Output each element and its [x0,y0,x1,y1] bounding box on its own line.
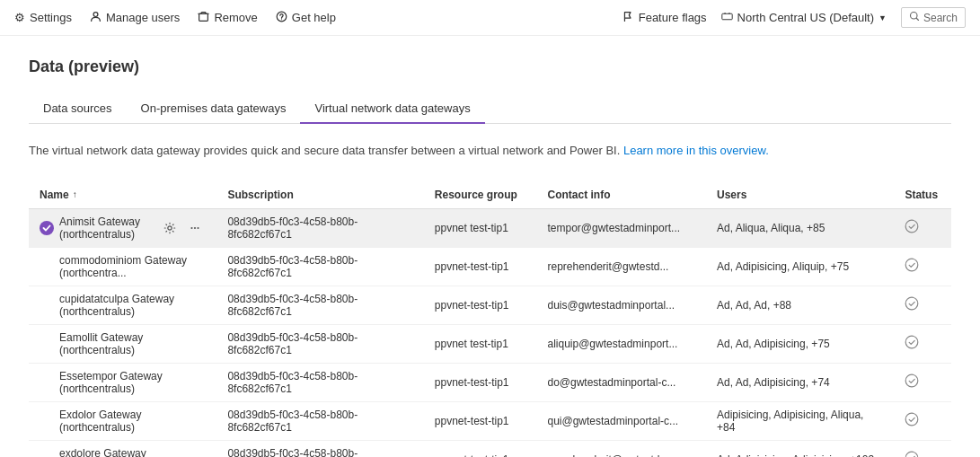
remove-label: Remove [214,11,257,24]
tabs-container: Data sources On-premises data gateways V… [29,94,951,124]
col-header-name: Name ↑ [29,181,216,209]
svg-point-6 [168,225,172,229]
status-icon [905,414,919,429]
cell-subscription: 08d39db5-f0c3-4c58-b80b-8fc682cf67c1 [216,440,423,457]
status-icon [905,375,919,391]
get-help-nav[interactable]: Get help [276,11,336,25]
row-actions [159,217,206,239]
row-name-text: Exdolor Gateway (northcentralus) [59,409,206,434]
cell-subscription: 08d39db5-f0c3-4c58-b80b-8fc682cf67c1 [216,247,423,286]
cell-contact-info: qui@gwtestadminportal-c... [536,401,706,440]
manage-users-nav[interactable]: Manage users [90,11,180,25]
cell-subscription: 08d39db5-f0c3-4c58-b80b-8fc682cf67c1 [216,363,423,401]
name-sort-icon: ↑ [73,189,77,199]
svg-point-0 [93,12,98,16]
cell-resource-group: ppvnet-test-tip1 [424,247,537,286]
feature-flags-icon [622,11,634,25]
feature-flags-nav[interactable]: Feature flags [622,11,707,25]
cell-status [894,363,951,401]
cell-users: Ad, Ad, Adipisicing, +74 [706,363,894,401]
search-box[interactable]: Search [901,7,966,28]
cell-resource-group: ppvnet test-tip1 [424,324,537,363]
top-nav-left: ⚙ Settings Manage users Remove Get help [14,11,605,25]
cell-contact-info: duis@gwtestadminportal... [536,286,706,324]
col-header-users: Users [706,181,894,209]
svg-point-14 [906,374,919,387]
cell-status [894,208,951,247]
tab-on-premises[interactable]: On-premises data gateways [127,94,301,124]
status-icon [905,259,919,275]
region-nav[interactable]: North Central US (Default) ▼ [721,11,887,25]
row-name-text: Animsit Gateway (northcentralus) [59,215,150,241]
gateways-table: Name ↑ Subscription Resource group Conta… [29,181,951,458]
region-label: North Central US (Default) [737,11,874,24]
cell-contact-info: do@gwtestadminportal-c... [536,363,706,401]
cell-users: Adipisicing, Adipisicing, Aliqua, +84 [706,401,894,440]
page-content: Data (preview) Data sources On-premises … [0,36,980,457]
table-row[interactable]: exdolore Gateway (northcentralus)08d39db… [29,440,951,457]
cell-name: Eamollit Gateway (northcentralus) [29,324,216,363]
status-icon [905,298,919,313]
cell-contact-info: tempor@gwtestadminport... [536,208,706,247]
cell-contact-info: aliquip@gwtestadminport... [536,324,706,363]
tab-virtual-network[interactable]: Virtual network data gateways [300,94,484,124]
table-row[interactable]: Exdolor Gateway (northcentralus)08d39db5… [29,401,951,440]
cell-resource-group: ppvnet-test-tip1 [424,440,537,457]
svg-rect-4 [721,13,731,20]
settings-icon: ⚙ [14,11,25,24]
svg-point-10 [906,220,919,233]
svg-point-15 [906,413,919,426]
cell-status [894,324,951,363]
cell-name: Animsit Gateway (northcentralus) [29,208,216,247]
description-text: The virtual network data gateway provide… [29,144,620,157]
table-row[interactable]: Essetempor Gateway (northcentralus)08d39… [29,363,951,401]
cell-status [894,401,951,440]
cell-users: Ad, Adipisicing, Adipisicing, +103 [706,440,894,457]
cell-contact-info: reprehenderit@gwtestd... [536,440,706,457]
cell-status [894,440,951,457]
svg-point-8 [194,226,196,228]
row-name-text: cupidatatculpa Gateway (northcentralus) [59,293,206,318]
search-icon [909,11,920,24]
top-nav: ⚙ Settings Manage users Remove Get help [0,0,980,36]
top-nav-right: Feature flags North Central US (Default)… [622,7,966,28]
table-row[interactable]: Eamollit Gateway (northcentralus)08d39db… [29,324,951,363]
svg-point-9 [198,226,199,228]
get-help-label: Get help [292,11,336,24]
cell-name: commodominiom Gateway (northcentra... [29,247,216,286]
cell-status [894,286,951,324]
table-row[interactable]: Animsit Gateway (northcentralus)08d39db5… [29,208,951,247]
cell-resource-group: ppvnet test-tip1 [424,208,537,247]
svg-point-11 [906,259,919,271]
cell-subscription: 08d39db5-f0c3-4c58-b80b-8fc682cf67c1 [216,286,423,324]
cell-users: Ad, Aliqua, Aliqua, +85 [706,208,894,247]
description-link[interactable]: Learn more in this overview. [623,144,769,157]
cell-name: Essetempor Gateway (northcentralus) [29,363,216,401]
svg-point-13 [906,336,919,348]
row-name-text: exdolore Gateway (northcentralus) [59,447,206,458]
settings-nav[interactable]: ⚙ Settings [14,11,72,24]
region-chevron-icon: ▼ [878,13,887,22]
row-name-text: commodominiom Gateway (northcentra... [59,254,206,279]
cell-subscription: 08d39db5-f0c3-4c58-b80b-8fc682cf67c1 [216,324,423,363]
col-header-subscription: Subscription [216,181,423,209]
cell-name: exdolore Gateway (northcentralus) [29,440,216,457]
cell-resource-group: ppvnet-test-tip1 [424,363,537,401]
status-icon [905,453,919,457]
cell-resource-group: ppvnet-test-tip1 [424,286,537,324]
row-settings-button[interactable] [159,217,181,239]
table-row[interactable]: cupidatatculpa Gateway (northcentralus)0… [29,286,951,324]
table-row[interactable]: commodominiom Gateway (northcentra...08d… [29,247,951,286]
col-header-contact-info: Contact info [536,181,706,209]
row-more-button[interactable] [184,217,206,239]
region-icon [721,11,733,25]
cell-users: Ad, Ad, Adipisicing, +75 [706,324,894,363]
svg-point-3 [281,19,282,20]
remove-nav[interactable]: Remove [198,11,257,25]
cell-status [894,247,951,286]
tab-data-sources[interactable]: Data sources [29,94,127,124]
manage-users-label: Manage users [106,11,180,24]
cell-users: Ad, Ad, Ad, +88 [706,286,894,324]
description: The virtual network data gateway provide… [29,142,951,160]
cell-resource-group: ppvnet-test-tip1 [424,401,537,440]
